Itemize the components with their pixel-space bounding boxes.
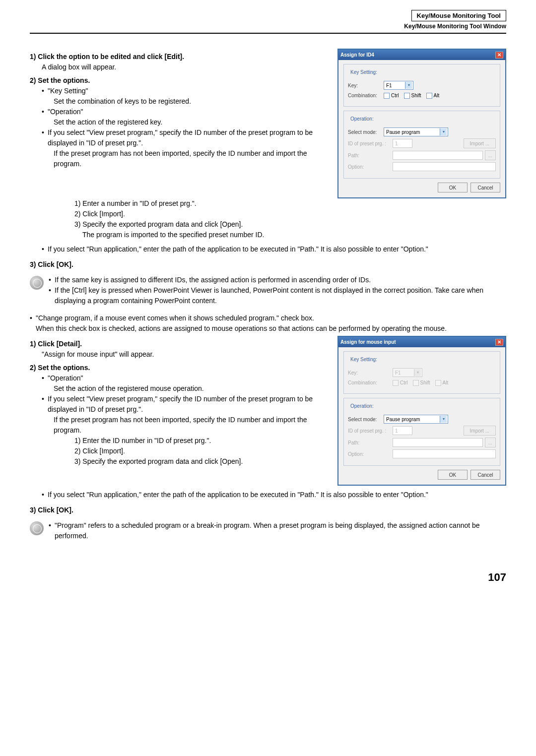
cancel-button[interactable]: Cancel bbox=[470, 183, 500, 192]
d2-import-button[interactable]: Import ... bbox=[464, 426, 496, 436]
d2-selectmode-label: Select mode: bbox=[348, 416, 384, 423]
d2-path-label: Path: bbox=[348, 439, 393, 446]
close-icon[interactable]: ✕ bbox=[495, 339, 503, 346]
d2-key-label: Key: bbox=[348, 369, 393, 377]
preset-desc-b: If the preset program has not been impor… bbox=[54, 148, 328, 169]
step-2: 2) Set the options. bbox=[30, 75, 328, 86]
key-label: Key: bbox=[348, 82, 384, 89]
d2-option-input[interactable] bbox=[393, 449, 496, 458]
ok-button[interactable]: OK bbox=[438, 183, 468, 192]
assign-id4-dialog: Assign for ID4 ✕ Key Setting: Key: F1 ▾ … bbox=[337, 49, 506, 198]
page-number: 107 bbox=[30, 571, 506, 584]
substep-3: 3) Specify the exported program data and… bbox=[74, 219, 506, 230]
s2-preset-a: If you select "View preset program," spe… bbox=[48, 394, 328, 415]
idpreset-label: ID of preset prg. : bbox=[348, 140, 393, 147]
d2-option-label: Option: bbox=[348, 450, 393, 458]
browse-button[interactable]: ... bbox=[485, 150, 496, 160]
change-prog-label: "Change program, if a mouse event comes … bbox=[36, 313, 314, 323]
path-input[interactable] bbox=[393, 151, 483, 160]
note-1: If the same key is assigned to different… bbox=[55, 275, 371, 285]
header-subtitle: Key/Mouse Monitoring Tool Window bbox=[404, 23, 506, 30]
chevron-down-icon: ▾ bbox=[414, 369, 421, 376]
selectmode-select[interactable]: Pause program ▾ bbox=[384, 127, 448, 136]
s2-substep-1: 1) Enter the ID number in "ID of preset … bbox=[74, 436, 328, 446]
s2-preset-b: If the preset program has not been impor… bbox=[54, 415, 328, 436]
s2-step-1-note: "Assign for mouse input" will appear. bbox=[42, 349, 328, 360]
d2-selectmode-select[interactable]: Pause program ▾ bbox=[384, 415, 448, 424]
s2-run-app-note: If you select "Run application," enter t… bbox=[48, 490, 428, 500]
shift-checkbox[interactable] bbox=[404, 93, 410, 99]
d2-key-select: F1 ▾ bbox=[393, 368, 422, 377]
d2-operation-legend: Operation: bbox=[349, 402, 375, 410]
step-1: 1) Click the option to be edited and cli… bbox=[30, 52, 328, 62]
s2-operation-desc: Set the action of the registered mouse o… bbox=[54, 383, 328, 394]
d2-idpreset-label: ID of preset prg. : bbox=[348, 427, 393, 435]
d2-shift-checkbox bbox=[413, 380, 419, 386]
s2-substep-3: 3) Specify the exported program data and… bbox=[74, 456, 328, 467]
path-label: Path: bbox=[348, 152, 393, 159]
d2-idpreset-input[interactable]: 1 bbox=[393, 426, 412, 435]
close-icon[interactable]: ✕ bbox=[495, 52, 503, 59]
d2-path-input[interactable] bbox=[393, 438, 483, 447]
combination-label: Combination: bbox=[348, 92, 384, 99]
d2-combination-label: Combination: bbox=[348, 379, 393, 386]
chevron-down-icon: ▾ bbox=[405, 82, 412, 89]
operation-legend: Operation: bbox=[349, 115, 375, 123]
ctrl-checkbox[interactable] bbox=[384, 93, 390, 99]
dialog1-title: Assign for ID4 bbox=[340, 51, 374, 59]
substep-3-sub: The program is imported to the specified… bbox=[82, 230, 506, 240]
d2-ctrl-checkbox bbox=[393, 380, 399, 386]
note-2: If the [Ctrl] key is pressed when PowerP… bbox=[55, 285, 506, 306]
chevron-down-icon: ▾ bbox=[440, 416, 447, 423]
key-setting-label: "Key Setting" bbox=[48, 86, 88, 96]
chevron-down-icon: ▾ bbox=[440, 128, 447, 135]
s2-step-2: 2) Set the options. bbox=[30, 363, 328, 373]
d2-cancel-button[interactable]: Cancel bbox=[470, 470, 500, 480]
note-icon bbox=[30, 276, 44, 290]
run-app-note: If you select "Run application," enter t… bbox=[48, 244, 428, 254]
assign-mouse-dialog: Assign for mouse input ✕ Key Setting: Ke… bbox=[337, 336, 506, 486]
option-label: Option: bbox=[348, 163, 393, 171]
idpreset-input[interactable]: 1 bbox=[393, 139, 412, 148]
s2-operation-label: "Operation" bbox=[48, 373, 83, 383]
s2-step-3: 3) Click [OK]. bbox=[30, 505, 506, 515]
d2-ok-button[interactable]: OK bbox=[438, 470, 468, 480]
substep-1: 1) Enter a number in "ID of preset prg."… bbox=[74, 198, 506, 209]
step-3: 3) Click [OK]. bbox=[30, 259, 506, 270]
step-1-note: A dialog box will appear. bbox=[42, 62, 328, 72]
s2-substep-2: 2) Click [Import]. bbox=[74, 446, 328, 456]
d2-key-setting-legend: Key Setting: bbox=[349, 356, 379, 363]
selectmode-label: Select mode: bbox=[348, 128, 384, 136]
header-rule bbox=[30, 33, 506, 34]
note-icon bbox=[30, 521, 44, 535]
dialog2-title: Assign for mouse input bbox=[340, 338, 396, 346]
option-input[interactable] bbox=[393, 162, 496, 171]
substep-2: 2) Click [Import]. bbox=[74, 209, 506, 219]
key-setting-desc: Set the combination of keys to be regist… bbox=[54, 96, 328, 107]
import-button[interactable]: Import ... bbox=[464, 138, 496, 148]
operation-desc: Set the action of the registered key. bbox=[54, 117, 328, 127]
s2-note-1: "Program" refers to a scheduled program … bbox=[55, 520, 506, 541]
change-prog-desc: When this check box is checked, actions … bbox=[36, 323, 506, 334]
preset-desc-a: If you select "View preset program," spe… bbox=[48, 127, 328, 148]
key-select[interactable]: F1 ▾ bbox=[384, 81, 413, 90]
alt-checkbox[interactable] bbox=[426, 93, 432, 99]
page-header: Key/Mouse Monitoring Tool Key/Mouse Moni… bbox=[404, 10, 506, 30]
d2-alt-checkbox bbox=[435, 380, 441, 386]
header-title: Key/Mouse Monitoring Tool bbox=[411, 10, 506, 21]
d2-browse-button[interactable]: ... bbox=[485, 438, 496, 447]
s2-step-1: 1) Click [Detail]. bbox=[30, 339, 328, 349]
key-setting-legend: Key Setting: bbox=[349, 68, 379, 76]
operation-label: "Operation" bbox=[48, 107, 83, 117]
